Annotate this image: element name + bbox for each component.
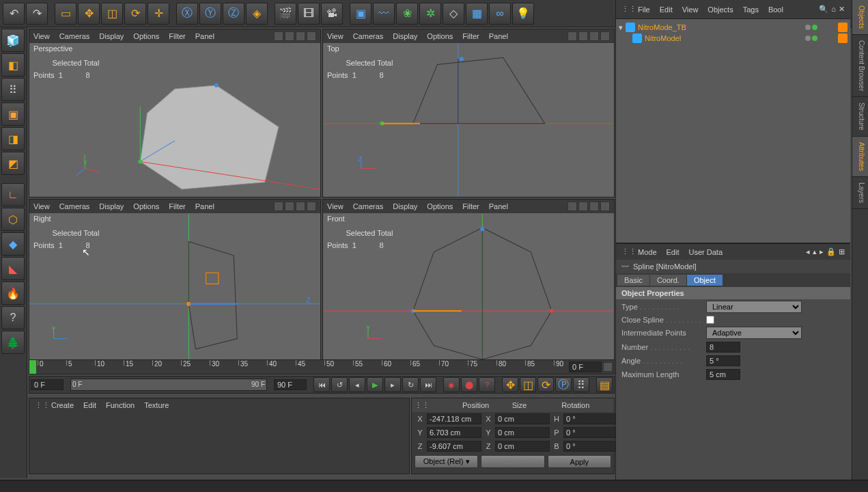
vp-menu-options[interactable]: Options xyxy=(427,32,453,40)
viewport-right[interactable]: View Cameras Display Options Filter Pane… xyxy=(29,199,321,368)
attr-inter-select[interactable]: Adaptive xyxy=(706,327,802,339)
dock-tab-layers[interactable]: Layers xyxy=(852,177,868,209)
vp-menu-filter[interactable]: Filter xyxy=(462,32,479,40)
keyframe-button[interactable]: ? xyxy=(479,377,495,392)
add-light-button[interactable]: 💡 xyxy=(512,3,534,25)
vp-menu-options[interactable]: Options xyxy=(133,32,159,40)
object-tree[interactable]: ▾NitroMode_TBNitroModel xyxy=(616,19,850,243)
attr-close-checkbox[interactable] xyxy=(706,316,714,324)
vp-menu-filter[interactable]: Filter xyxy=(169,32,185,40)
vp-menu-panel[interactable]: Panel xyxy=(195,32,214,40)
live-select-button[interactable]: ▭ xyxy=(55,3,76,25)
dock-tab-content[interactable]: Content Browser xyxy=(852,35,868,97)
material-menu-function[interactable]: Function xyxy=(106,401,135,409)
lock-icon[interactable]: 🔒 xyxy=(826,247,836,256)
vp-menu-panel[interactable]: Panel xyxy=(489,202,508,210)
fire-tool-button[interactable]: 🔥 xyxy=(1,282,25,305)
home-icon[interactable]: ⌂ xyxy=(831,5,836,14)
time-slider[interactable]: 0 F 90 F xyxy=(70,379,267,391)
tag-icon[interactable] xyxy=(838,33,848,43)
vp-icon[interactable] xyxy=(285,31,294,41)
tag-icon[interactable] xyxy=(838,23,848,32)
vp-menu-view[interactable]: View xyxy=(327,202,344,210)
coord-rot-h[interactable] xyxy=(563,413,618,424)
vp-icon[interactable] xyxy=(296,202,305,211)
loop-toggle-button[interactable]: ↺ xyxy=(331,377,348,392)
vp-icon[interactable] xyxy=(568,31,577,41)
coord-pos-y[interactable] xyxy=(427,427,481,438)
undo-button[interactable]: ↶ xyxy=(3,3,25,25)
attr-menu-userdata[interactable]: User Data xyxy=(689,248,723,256)
step-back-button[interactable]: ◂ xyxy=(349,377,365,392)
vp-menu-cameras[interactable]: Cameras xyxy=(59,32,90,40)
attr-menu-edit[interactable]: Edit xyxy=(667,248,680,256)
obj-menu-objects[interactable]: Objects xyxy=(708,5,733,14)
pla-key-button[interactable]: Ⓟ xyxy=(555,377,572,392)
vp-menu-filter[interactable]: Filter xyxy=(462,202,479,210)
viewport-perspective[interactable]: View Cameras Display Options Filter Pane… xyxy=(29,29,321,197)
attr-menu-mode[interactable]: Mode xyxy=(638,248,657,256)
loop-button[interactable]: ↻ xyxy=(402,377,419,392)
polys-mode-button[interactable]: ◨ xyxy=(1,127,25,150)
vp-icon[interactable] xyxy=(589,31,599,41)
tree-button[interactable]: 🌲 xyxy=(1,331,25,354)
points-mode-button[interactable]: ⠿ xyxy=(1,78,25,101)
coord-size-mode[interactable]: Size ▾ xyxy=(481,455,544,468)
axis-tool-button[interactable]: ∟ xyxy=(1,183,25,206)
viewport-front[interactable]: View Cameras Display Options Filter Pane… xyxy=(322,199,615,368)
texture-mode-button[interactable]: ◧ xyxy=(1,53,25,77)
material-menu-edit[interactable]: Edit xyxy=(83,401,96,409)
obj-menu-file[interactable]: File xyxy=(638,5,650,14)
viewport-top[interactable]: View Cameras Display Options Filter Pane… xyxy=(322,29,615,197)
attr-number-input[interactable] xyxy=(706,342,740,353)
coord-size-x[interactable] xyxy=(495,413,550,424)
rot-key-button[interactable]: ⟳ xyxy=(537,377,554,392)
attr-tab-object[interactable]: Object xyxy=(687,275,723,286)
help-button[interactable]: ? xyxy=(1,306,25,329)
add-array-button[interactable]: ✲ xyxy=(419,3,441,25)
vp-menu-view[interactable]: View xyxy=(327,32,344,40)
obj-menu-edit[interactable]: Edit xyxy=(660,5,673,14)
coord-size-y[interactable] xyxy=(495,427,550,438)
uv-mode-button[interactable]: ◩ xyxy=(1,152,25,175)
tree-item[interactable]: ▾NitroMode_TB xyxy=(619,22,848,33)
rotate-button[interactable]: ⟳ xyxy=(124,3,146,25)
vp-menu-view[interactable]: View xyxy=(33,32,50,40)
vp-menu-options[interactable]: Options xyxy=(427,202,453,210)
play-button[interactable]: ▶ xyxy=(367,377,383,392)
vp-icon[interactable] xyxy=(296,31,305,41)
obj-menu-bool[interactable]: Bool xyxy=(768,5,783,14)
vp-menu-view[interactable]: View xyxy=(33,202,50,210)
material-menu-texture[interactable]: Texture xyxy=(144,401,169,409)
vp-menu-filter[interactable]: Filter xyxy=(169,202,185,210)
redo-button[interactable]: ↷ xyxy=(26,3,48,25)
coord-pos-x[interactable] xyxy=(427,413,481,424)
add-nurbs-button[interactable]: ❀ xyxy=(396,3,418,25)
model-mode-button[interactable]: 🧊 xyxy=(1,29,25,52)
coord-rot-b[interactable] xyxy=(563,441,618,452)
vp-menu-panel[interactable]: Panel xyxy=(489,32,508,40)
sel-key-button[interactable]: ⠿ xyxy=(573,377,589,392)
vp-menu-cameras[interactable]: Cameras xyxy=(353,202,384,210)
magnet-button[interactable]: ⬡ xyxy=(1,208,25,231)
timeline-current[interactable] xyxy=(31,379,64,390)
vp-menu-options[interactable]: Options xyxy=(133,202,159,210)
go-start-button[interactable]: ⏮ xyxy=(313,377,330,392)
vp-menu-cameras[interactable]: Cameras xyxy=(59,202,90,210)
timeline-end[interactable] xyxy=(274,379,307,390)
nav-fwd-icon[interactable]: ▸ xyxy=(820,247,824,256)
dock-tab-attributes[interactable]: Attributes xyxy=(852,137,868,177)
timeline-powerslider[interactable] xyxy=(603,362,613,372)
close-icon[interactable]: ✕ xyxy=(839,5,845,14)
timeline-ruler[interactable]: 051015202530354045505560657075808590 xyxy=(29,359,615,374)
add-cube-button[interactable]: ▣ xyxy=(350,3,372,25)
step-fwd-button[interactable]: ▸ xyxy=(384,377,401,392)
search-icon[interactable]: 🔍 xyxy=(819,5,828,14)
tree-item[interactable]: NitroModel xyxy=(619,33,848,44)
coord-apply-button[interactable]: Apply xyxy=(548,455,611,468)
vp-icon[interactable] xyxy=(307,31,316,41)
vp-menu-display[interactable]: Display xyxy=(99,32,124,40)
edges-mode-button[interactable]: ▣ xyxy=(1,102,25,126)
coord-rot-p[interactable] xyxy=(563,427,618,438)
vp-icon[interactable] xyxy=(578,202,588,211)
